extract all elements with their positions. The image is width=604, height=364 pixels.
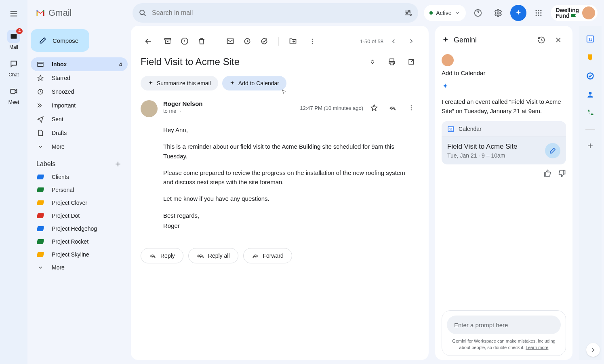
move-to-button[interactable] <box>285 34 301 49</box>
sender-recipient[interactable]: to me <box>163 108 203 114</box>
svg-point-6 <box>497 12 500 14</box>
labels-more[interactable]: More <box>31 261 128 274</box>
main-menu-button[interactable] <box>5 5 23 23</box>
older-button[interactable] <box>404 34 419 49</box>
svg-rect-18 <box>165 38 171 40</box>
svg-point-2 <box>408 11 410 12</box>
rail-chat-label: Chat <box>8 72 19 78</box>
rail-chat[interactable]: Chat <box>2 57 25 78</box>
svg-point-26 <box>411 107 412 109</box>
svg-point-12 <box>541 12 542 13</box>
svg-point-7 <box>536 10 537 11</box>
svg-point-27 <box>411 109 412 111</box>
rail-meet[interactable]: Meet <box>2 85 25 105</box>
report-spam-button[interactable] <box>177 34 192 49</box>
nav-drafts[interactable]: Drafts <box>31 126 128 140</box>
reply-icon-button[interactable] <box>385 100 400 116</box>
addon-calendar[interactable]: 31 <box>585 34 595 44</box>
gemini-close-button[interactable] <box>551 32 566 48</box>
addon-get-more[interactable] <box>585 141 595 151</box>
reply-button[interactable]: Reply <box>141 248 183 263</box>
learn-more-link[interactable]: Learn more <box>526 345 548 350</box>
search-input[interactable] <box>152 9 399 17</box>
label-personal[interactable]: Personal <box>31 183 128 196</box>
reply-all-button[interactable]: Reply all <box>188 248 238 263</box>
add-label-button[interactable] <box>114 160 122 168</box>
org-line2: Fund <box>556 13 569 19</box>
thumbs-up-button[interactable] <box>543 169 551 177</box>
label-clients[interactable]: Clients <box>31 170 128 183</box>
svg-point-13 <box>536 15 537 16</box>
gemini-header-button[interactable] <box>510 5 526 21</box>
label-project-clover[interactable]: Project Clover <box>31 196 128 209</box>
search-bar[interactable] <box>133 3 418 23</box>
addon-tasks[interactable] <box>585 71 595 81</box>
nav-more[interactable]: More <box>31 140 128 154</box>
svg-point-4 <box>410 14 412 16</box>
nav-inbox[interactable]: Inbox 4 <box>31 57 128 71</box>
forward-button[interactable]: Forward <box>243 248 292 263</box>
svg-point-21 <box>261 38 267 44</box>
prompt-container: Enter a prompt here Gemini for Workspace… <box>442 310 566 356</box>
mark-unread-button[interactable] <box>223 34 238 49</box>
open-new-window-button[interactable] <box>404 54 419 69</box>
gemini-title: Gemini <box>454 36 477 44</box>
rail-mail[interactable]: 4 Mail <box>2 30 25 50</box>
settings-button[interactable] <box>490 5 506 21</box>
addon-contacts[interactable] <box>585 90 595 99</box>
more-actions-button[interactable] <box>305 34 320 49</box>
nav-label: More <box>52 143 65 150</box>
back-button[interactable] <box>141 34 156 49</box>
compose-label: Compose <box>53 37 78 44</box>
label-project-hedgehog[interactable]: Project Hedgehog <box>31 222 128 235</box>
search-options-icon[interactable] <box>404 8 412 17</box>
star-button[interactable] <box>366 100 382 116</box>
label-project-skyline[interactable]: Project Skyline <box>31 248 128 261</box>
nav-important[interactable]: Important <box>31 99 128 112</box>
archive-button[interactable] <box>160 34 175 49</box>
add-calendar-chip[interactable]: Add to Calendar <box>222 76 286 90</box>
expand-collapse-button[interactable] <box>365 54 380 69</box>
delete-button[interactable] <box>194 34 209 49</box>
label-text: Project Dot <box>52 213 80 219</box>
apps-button[interactable] <box>530 5 547 21</box>
label-project-rocket[interactable]: Project Rocket <box>31 235 128 248</box>
nav-icon <box>36 74 44 82</box>
thumbs-down-button[interactable] <box>558 169 566 177</box>
dropdown-icon <box>178 109 182 113</box>
label-swatch-icon <box>37 226 44 231</box>
nav-snoozed[interactable]: Snoozed <box>31 85 128 99</box>
label-text: Clients <box>52 174 69 180</box>
edit-event-button[interactable] <box>545 143 560 158</box>
reply-all-icon <box>197 252 204 259</box>
nav-label: Sent <box>52 116 63 122</box>
gemini-history-button[interactable] <box>534 32 549 48</box>
add-task-button[interactable] <box>257 34 272 49</box>
gemini-prompt-input[interactable]: Enter a prompt here <box>447 316 561 334</box>
account-switcher[interactable]: Dwelling Fund <box>551 5 598 21</box>
nav-starred[interactable]: Starred <box>31 71 128 85</box>
label-text: Project Hedgehog <box>52 225 97 232</box>
snooze-button[interactable] <box>240 34 255 49</box>
summarize-chip[interactable]: Summarize this email <box>141 76 218 90</box>
print-button[interactable] <box>384 54 400 69</box>
org-line1: Dwelling <box>556 7 579 13</box>
nav-sent[interactable]: Sent <box>31 112 128 126</box>
nav-label: Drafts <box>52 130 67 136</box>
support-button[interactable] <box>470 5 486 21</box>
user-avatar[interactable] <box>582 6 595 19</box>
compose-button[interactable]: Compose <box>31 29 89 52</box>
status-chip[interactable]: Active <box>424 5 466 21</box>
side-panel-toggle[interactable] <box>586 343 600 357</box>
add-calendar-label: Add to Calendar <box>238 80 279 86</box>
label-text: Personal <box>52 187 74 193</box>
gmail-logo[interactable]: Gmail <box>31 7 127 19</box>
addon-keep[interactable] <box>585 53 595 62</box>
nav-icon <box>36 129 44 137</box>
newer-button[interactable] <box>386 34 401 49</box>
label-project-dot[interactable]: Project Dot <box>31 209 128 222</box>
message-more-button[interactable] <box>404 100 419 116</box>
addon-voice[interactable] <box>585 108 595 118</box>
sender-avatar[interactable] <box>141 100 158 117</box>
svg-point-1 <box>140 10 144 15</box>
